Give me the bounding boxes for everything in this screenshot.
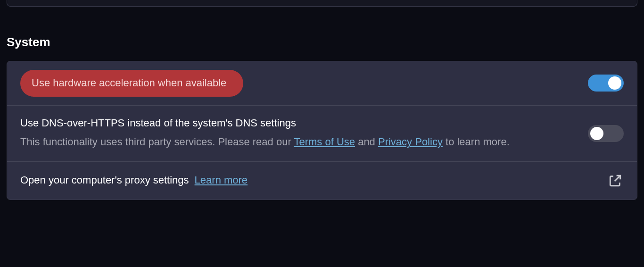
proxy-settings-title: Open your computer's proxy settings xyxy=(20,173,189,188)
previous-panel-edge xyxy=(7,0,637,7)
hardware-acceleration-toggle[interactable] xyxy=(588,75,624,92)
dns-over-https-title: Use DNS-over-HTTPS instead of the system… xyxy=(20,116,588,131)
desc-text: and xyxy=(358,136,378,148)
desc-text: This functionality uses third party serv… xyxy=(20,136,294,148)
toggle-knob xyxy=(590,127,603,140)
toggle-knob xyxy=(608,76,621,90)
desc-text: to learn more. xyxy=(446,136,510,148)
dns-over-https-toggle[interactable] xyxy=(588,125,624,142)
open-external-icon[interactable] xyxy=(607,172,624,189)
proxy-learn-more-link[interactable]: Learn more xyxy=(195,174,248,186)
setting-row-proxy[interactable]: Open your computer's proxy settings Lear… xyxy=(7,162,637,200)
setting-row-hardware-acceleration: Use hardware acceleration when available xyxy=(7,61,637,106)
hardware-acceleration-label: Use hardware acceleration when available xyxy=(20,70,243,97)
privacy-policy-link[interactable]: Privacy Policy xyxy=(378,136,443,148)
setting-row-dns-over-https: Use DNS-over-HTTPS instead of the system… xyxy=(7,106,637,162)
section-title: System xyxy=(7,35,644,50)
terms-of-use-link[interactable]: Terms of Use xyxy=(294,136,355,148)
system-settings-panel: Use hardware acceleration when available… xyxy=(7,61,637,200)
dns-over-https-description: This functionality uses third party serv… xyxy=(20,133,515,150)
